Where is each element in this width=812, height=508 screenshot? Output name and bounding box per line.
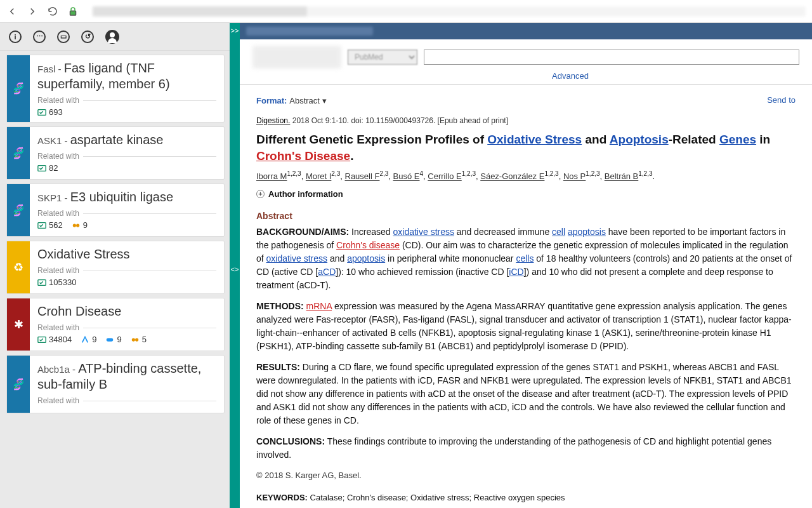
results-para: RESULTS: During a CD flare, we found spe… (256, 361, 796, 427)
svg-rect-8 (107, 338, 114, 341)
card-stats: 5629 (37, 220, 216, 230)
svg-point-9 (131, 338, 134, 341)
logo-blur (252, 46, 341, 69)
history-icon[interactable]: ↺ (81, 30, 94, 43)
link-apoptosis[interactable]: apoptosis (568, 227, 606, 237)
back-button[interactable] (6, 6, 18, 17)
archive-icon[interactable]: ▭ (57, 30, 70, 43)
link-cells[interactable]: cells (516, 253, 534, 264)
card-title: Abcb1a - ATP-binding cassette, sub-famil… (37, 361, 216, 392)
author-link[interactable]: Rausell F (345, 172, 380, 182)
browser-toolbar (0, 0, 812, 23)
author-info-toggle[interactable]: +Author information (256, 188, 796, 201)
sidebar: i ⋯ ▭ ↺ 🧬 Fasl - Fas ligand (TNF superfa… (0, 23, 230, 508)
card-stats: 693 (37, 107, 216, 117)
svg-point-5 (76, 224, 79, 227)
author-link[interactable]: Sáez-González E (480, 172, 544, 182)
svg-point-4 (72, 224, 75, 227)
card-related-label: Related with (37, 209, 216, 218)
card-strip-icon: 🧬 (7, 184, 30, 236)
ncbi-header (240, 23, 812, 39)
content-pane[interactable]: PubMed Advanced Format: Abstract ▾ Send … (240, 23, 812, 508)
link-oxidative-stress-2[interactable]: oxidative stress (266, 253, 327, 264)
expand-icon: + (256, 190, 265, 198)
methods-para: METHODS: mRNA expression was measured by… (256, 300, 796, 353)
author-link[interactable]: Nos P (563, 172, 586, 182)
copyright: © 2018 S. Karger AG, Basel. (256, 469, 796, 482)
link-apoptosis-2[interactable]: apoptosis (347, 253, 385, 264)
link-oxidative-stress[interactable]: oxidative stress (393, 227, 454, 237)
entity-card[interactable]: 🧬 ASK1 - aspartate kinase Related with 8… (6, 126, 225, 180)
citation: Digestion. 2018 Oct 9:1-10. doi: 10.1159… (256, 115, 796, 126)
search-zone: PubMed Advanced (240, 39, 812, 85)
db-select[interactable]: PubMed (348, 50, 417, 65)
card-title: Oxidative Stress (37, 246, 216, 262)
entity-card[interactable]: ✱ Crohn Disease Related with 34804995 (6, 298, 225, 351)
conclusions-para: CONCLUSIONS: These findings contribute t… (256, 435, 796, 462)
card-stats: 34804995 (37, 335, 216, 344)
title-link-genes[interactable]: Genes (719, 133, 756, 146)
info-icon[interactable]: i (9, 30, 22, 43)
format-label: Format: (256, 96, 287, 105)
forward-button[interactable] (27, 6, 38, 17)
card-related-label: Related with (37, 396, 216, 405)
card-related-label: Related with (37, 323, 216, 332)
author-link[interactable]: Cerrillo E (428, 172, 461, 182)
send-to-link[interactable]: Send to (767, 94, 796, 107)
card-stats: 105330 (37, 277, 216, 287)
search-input[interactable] (424, 50, 799, 65)
card-related-label: Related with (37, 96, 216, 105)
article-title: Different Genetic Expression Profiles of… (256, 131, 796, 164)
format-value[interactable]: Abstract ▾ (289, 96, 326, 105)
link-acd[interactable]: aCD (318, 267, 336, 277)
drag-handle-icon[interactable]: <> (231, 265, 239, 273)
card-strip-icon: 🧬 (7, 127, 30, 179)
card-title: Crohn Disease (37, 304, 216, 319)
panel-divider[interactable]: >> <> (230, 23, 240, 508)
author-list: Iborra M1,2,3, Moret I2,3, Rausell F2,3,… (256, 169, 796, 183)
reload-button[interactable] (47, 6, 58, 17)
author-link[interactable]: Iborra M (256, 172, 287, 182)
link-crohns[interactable]: Crohn's disease (336, 240, 400, 250)
card-related-label: Related with (37, 152, 216, 161)
card-title: ASK1 - aspartate kinase (37, 132, 216, 148)
link-mrna[interactable]: mRNA (306, 301, 332, 311)
svg-rect-0 (70, 11, 76, 15)
entity-card[interactable]: ♻ Oxidative Stress Related with 105330 (6, 241, 225, 294)
card-stats: 82 (37, 163, 216, 173)
advanced-link[interactable]: Advanced (341, 71, 799, 81)
lock-icon (67, 6, 79, 17)
title-link-crohns[interactable]: Crohn's Disease (256, 149, 350, 163)
card-title: Fasl - Fas ligand (TNF superfamily, memb… (37, 60, 216, 92)
background-para: BACKGROUND/AIMS: Increased oxidative str… (256, 225, 796, 292)
card-strip-icon: 🧬 (7, 55, 30, 122)
entity-card[interactable]: 🧬 SKP1 - E3 ubiquitin ligase Related wit… (6, 184, 225, 237)
card-strip-icon: ♻ (7, 241, 30, 293)
author-link[interactable]: Moret I (306, 172, 331, 182)
avatar-icon[interactable] (105, 30, 119, 44)
author-link[interactable]: Busó E (393, 172, 420, 182)
article: Format: Abstract ▾ Send to Digestion. 20… (240, 85, 812, 508)
url-bar[interactable] (93, 6, 806, 17)
author-link[interactable]: Beltrán B (605, 172, 638, 182)
card-list[interactable]: 🧬 Fasl - Fas ligand (TNF superfamily, me… (0, 51, 230, 508)
card-title: SKP1 - E3 ubiquitin ligase (37, 189, 216, 205)
link-icd[interactable]: iCD (509, 267, 523, 277)
abstract-heading: Abstract (256, 210, 796, 223)
card-strip-icon: ✱ (7, 298, 30, 351)
entity-card[interactable]: 🧬 Fasl - Fas ligand (TNF superfamily, me… (6, 55, 225, 123)
link-cell[interactable]: cell (552, 227, 565, 237)
keywords: KEYWORDS: Catalase; Crohn's disease; Oxi… (256, 491, 796, 504)
sidebar-toolbar: i ⋯ ▭ ↺ (0, 23, 230, 51)
card-strip-icon: 🧬 (7, 356, 30, 413)
collapse-left-icon[interactable]: >> (231, 27, 239, 34)
title-link-apoptosis[interactable]: Apoptosis (610, 133, 669, 146)
card-related-label: Related with (37, 266, 216, 275)
entity-card[interactable]: 🧬 Abcb1a - ATP-binding cassette, sub-fam… (6, 355, 225, 413)
title-link-oxidative[interactable]: Oxidative Stress (487, 133, 582, 146)
comment-icon[interactable]: ⋯ (33, 30, 46, 43)
svg-point-10 (135, 338, 138, 341)
